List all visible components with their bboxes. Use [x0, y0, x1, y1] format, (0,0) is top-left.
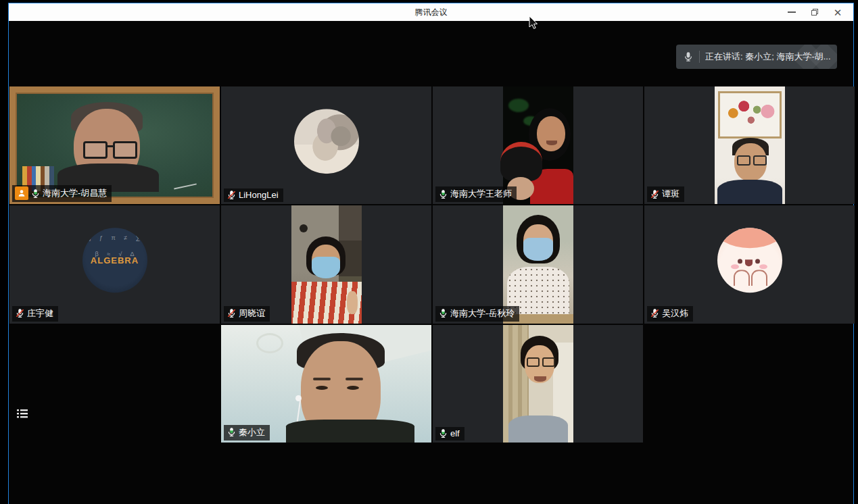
face-mask — [312, 257, 340, 278]
avatar-blush — [731, 265, 739, 270]
face-mask — [523, 238, 553, 261]
person-glasses — [83, 141, 137, 159]
participant-name: elf — [450, 428, 460, 438]
avatar-text: ALGEBRA — [91, 255, 139, 266]
person-mouth — [534, 376, 546, 382]
avatar-eye — [755, 259, 760, 264]
participant-tile-wuhanwei[interactable]: 吴汉炜 — [644, 205, 855, 323]
name-label: elf — [435, 427, 464, 440]
app-window: 腾讯会议 ✕ 正在讲话: 秦小立; 海南大学-胡... — [8, 3, 854, 504]
peach-avatar — [717, 228, 782, 293]
window-controls: ✕ — [780, 3, 849, 21]
empty-grid-slot — [644, 325, 855, 443]
avatar-blush — [759, 265, 767, 270]
mic-muted-icon — [15, 308, 25, 318]
name-label: 海南大学王老师 — [435, 186, 517, 202]
person-face — [537, 116, 565, 151]
name-label: 庄宇健 — [12, 306, 58, 322]
participant-name: 周晓谊 — [239, 307, 265, 320]
divider — [699, 51, 700, 63]
person-brow — [345, 378, 363, 380]
peach-cap — [717, 228, 782, 249]
list-icon — [14, 405, 30, 422]
person-shirt — [717, 180, 782, 204]
name-label: 周晓谊 — [224, 306, 270, 322]
avatar-eye — [738, 259, 742, 264]
flower-painting — [718, 91, 782, 138]
ceiling-lamp — [256, 333, 283, 353]
person-eye — [316, 386, 328, 390]
avatar-paw — [751, 270, 767, 286]
participant-name: 海南大学-胡昌慧 — [43, 187, 107, 199]
person-eye — [347, 386, 359, 390]
participant-tile-qinxiaoli[interactable]: 秦小立 — [221, 325, 431, 443]
person-glasses — [737, 155, 767, 166]
avatar-paw — [734, 270, 750, 286]
mic-muted-icon — [650, 308, 660, 318]
participant-name: 海南大学-岳秋玲 — [450, 307, 515, 320]
name-label: 海南大学-岳秋玲 — [435, 306, 519, 322]
participant-tile-tanban[interactable]: 谭斑 — [644, 86, 855, 204]
participant-name: 秦小立 — [239, 426, 265, 438]
mic-muted-icon — [227, 190, 237, 200]
participant-name: 庄宇健 — [27, 307, 53, 320]
participant-tile-zhuangyujian[interactable]: ∫ ƒ π ≠ ∑ β ≈ √ Δ ALGEBRA 庄宇健 — [9, 205, 220, 323]
title-bar[interactable]: 腾讯会议 ✕ — [9, 3, 853, 21]
participant-name: 海南大学王老师 — [450, 188, 512, 200]
participant-name: LiHongLei — [239, 190, 279, 200]
name-label: 秦小立 — [224, 425, 270, 440]
close-button[interactable]: ✕ — [826, 3, 849, 21]
algebra-avatar: ∫ ƒ π ≠ ∑ β ≈ √ Δ ALGEBRA — [82, 228, 147, 293]
empty-grid-slot — [9, 325, 220, 443]
active-speaker-indicator[interactable]: 正在讲话: 秦小立; 海南大学-胡... — [676, 45, 837, 69]
mic-on-icon — [438, 308, 448, 318]
chalk-mark — [172, 177, 197, 190]
name-label: 吴汉炜 — [647, 306, 693, 322]
participant-tile-zhouxiaoyi[interactable]: 周晓谊 — [221, 205, 431, 323]
participant-name: 谭斑 — [662, 188, 680, 200]
mic-on-icon — [438, 189, 448, 199]
participant-tile-elf[interactable]: elf — [433, 325, 643, 443]
avatar-mouth — [745, 260, 753, 267]
participant-name: 吴汉炜 — [662, 307, 688, 320]
speaker-list-toggle-button[interactable] — [14, 405, 31, 422]
mic-muted-icon — [227, 308, 237, 318]
person-glasses — [527, 357, 555, 367]
baby-avatar — [294, 109, 359, 174]
clock-decor — [300, 224, 308, 232]
mic-on-icon — [30, 188, 41, 199]
glasses-bridge — [108, 145, 114, 147]
person-shirt — [286, 420, 414, 443]
mic-on-icon — [227, 427, 237, 437]
window-title: 腾讯会议 — [415, 7, 448, 18]
participant-tile-yueqiuling[interactable]: 海南大学-岳秋玲 — [433, 205, 643, 323]
close-icon: ✕ — [834, 7, 842, 18]
restore-icon — [811, 9, 818, 16]
minimize-icon — [788, 11, 796, 13]
video-feed — [291, 205, 362, 323]
mic-on-icon — [438, 428, 448, 438]
baby-cap — [500, 142, 542, 181]
name-label: LiHongLei — [224, 188, 283, 202]
mouse-cursor-icon — [528, 16, 539, 30]
video-grid: 海南大学-胡昌慧 LiHongLei — [9, 86, 855, 443]
meeting-content: 正在讲话: 秦小立; 海南大学-胡... — [9, 21, 853, 504]
video-feed — [715, 86, 785, 204]
name-label: 海南大学-胡昌慧 — [12, 185, 112, 202]
minimize-button[interactable] — [780, 3, 803, 21]
video-feed — [503, 325, 573, 443]
leaf-decor — [508, 99, 529, 112]
participant-tile-wanglaoshi[interactable]: 海南大学王老师 — [433, 86, 643, 204]
name-label: 谭斑 — [647, 186, 684, 202]
person-shirt — [508, 415, 568, 443]
mic-muted-icon — [650, 189, 660, 199]
host-badge-icon — [15, 186, 28, 200]
microphone-icon — [683, 51, 694, 62]
participant-tile-lihonglei[interactable]: LiHongLei — [221, 86, 431, 204]
person-brow — [313, 378, 331, 380]
person-mouth — [546, 141, 557, 145]
baby-arm — [347, 291, 358, 314]
maximize-button[interactable] — [803, 3, 826, 21]
participant-tile-huchanghui[interactable]: 海南大学-胡昌慧 — [9, 86, 220, 204]
